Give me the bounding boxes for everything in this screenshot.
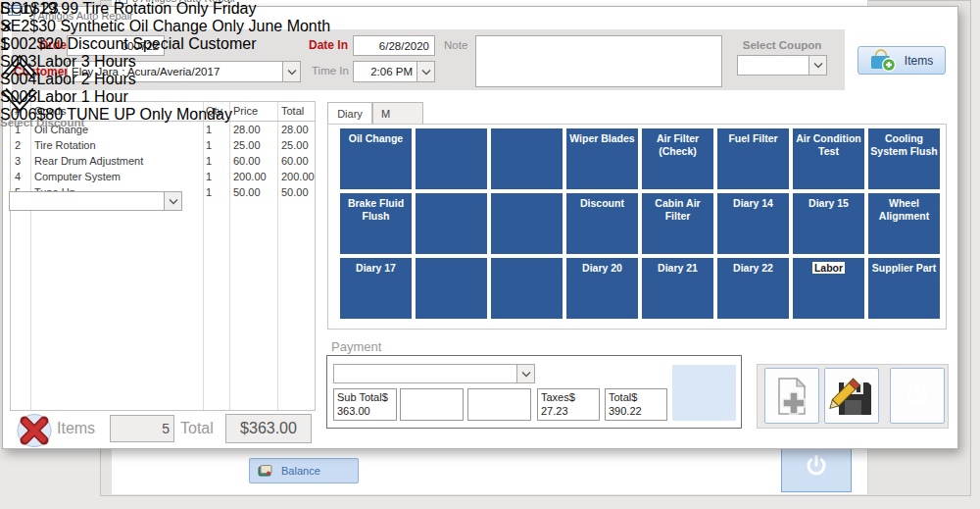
tab-next[interactable]: M <box>372 102 423 124</box>
service-button-diary-15[interactable]: Diary 15 <box>793 193 864 254</box>
table-row[interactable]: 2Tire Rotation125.0025.00 <box>11 139 315 155</box>
total-box: Total$ 390.22 <box>605 388 667 421</box>
delete-x-icon[interactable] <box>16 413 53 448</box>
discount-desc: Labor 2 Hours <box>36 71 135 87</box>
subtotal-value: 363.00 <box>337 404 393 418</box>
coupon-value <box>738 56 808 75</box>
time-in-combo[interactable]: 2:06 PM <box>353 61 435 82</box>
time-combo-chevron-icon[interactable] <box>416 62 434 81</box>
new-record-button[interactable] <box>764 368 819 424</box>
cell-num: 2 <box>15 139 21 151</box>
service-button-label: Wheel Alignment <box>879 197 929 222</box>
table-row[interactable]: 4Computer System1200.00200.00 <box>11 171 315 186</box>
service-button-labor[interactable]: Labor <box>793 258 864 319</box>
service-button[interactable] <box>491 193 563 254</box>
service-button[interactable] <box>416 128 487 189</box>
service-button-label: Brake Fluid Flush <box>348 197 404 222</box>
payment-combo-chevron-icon[interactable] <box>516 365 534 382</box>
discount-option[interactable]: S004Labor 2 Hours <box>0 71 330 88</box>
service-button-diary-20[interactable]: Diary 20 <box>566 258 638 319</box>
power-icon <box>904 381 931 412</box>
service-button-label: Diary 15 <box>808 197 849 209</box>
discount-option[interactable]: SC1$19.99 Tire Rotation Only Friday <box>0 0 330 18</box>
discount-option[interactable]: SE2$30 Synthetic Oil Change Only June Mo… <box>0 18 330 35</box>
cell-price: 28.00 <box>233 124 261 135</box>
subtotal-label: Sub Total$ <box>337 390 393 404</box>
service-button-label: Cabin Air Filter <box>655 197 700 222</box>
cell-price: 25.00 <box>233 139 261 151</box>
total-label: Total$ <box>609 390 663 404</box>
service-button-air-filter-check[interactable]: Air Filter (Check) <box>642 128 713 189</box>
save-floppy-pencil-icon <box>829 375 874 418</box>
tab-diary[interactable]: Diary <box>327 102 372 124</box>
service-button-label: Fuel Filter <box>728 132 777 144</box>
service-button-supplier-part[interactable]: Supplier Part <box>868 258 940 319</box>
service-button-diary-21[interactable]: Diary 21 <box>642 258 713 319</box>
cell-price: 50.00 <box>233 186 261 198</box>
payment-empty-box[interactable] <box>400 388 464 421</box>
balance-button[interactable]: Balance <box>249 458 359 484</box>
table-row[interactable]: 3Rear Drum Adjustment160.0060.00 <box>11 155 315 171</box>
discount-option[interactable]: S003Labor 3 Hours <box>0 53 330 71</box>
note-field[interactable] <box>475 35 722 87</box>
discount-desc: $19.99 Tire Rotation Only Friday <box>30 0 256 17</box>
items-table: # Goods Qty Price Total 1Oil Change128.0… <box>10 101 316 411</box>
coupon-combo[interactable] <box>737 55 827 76</box>
cell-num: 3 <box>15 155 21 167</box>
discount-desc: $20 Discount Special Customer <box>36 35 256 52</box>
service-button-brake-fluid-flush[interactable]: Brake Fluid Flush <box>340 193 412 254</box>
discount-dropdown-list: SC1$19.99 Tire Rotation Only Friday SE2$… <box>0 0 330 124</box>
cell-total: 60.00 <box>281 155 309 167</box>
balance-button-label: Balance <box>281 465 320 477</box>
discount-option[interactable]: S002$20 Discount Special Customer <box>0 35 330 53</box>
service-button-fuel-filter[interactable]: Fuel Filter <box>717 128 789 189</box>
time-in-value: 2:06 PM <box>354 62 416 81</box>
service-button[interactable] <box>491 258 563 319</box>
service-button-diary-22[interactable]: Diary 22 <box>717 258 789 319</box>
cell-total: 28.00 <box>281 124 309 135</box>
discount-desc: $30 Synthetic Oil Change Only June Month <box>29 18 330 34</box>
service-button-cooling-system-flush[interactable]: Cooling System Flush <box>868 128 940 189</box>
date-in-field[interactable]: 6/28/2020 <box>353 35 435 56</box>
service-button-diary-17[interactable]: Diary 17 <box>340 258 412 319</box>
service-button-air-condition-test[interactable]: Air Condition Test <box>793 128 864 189</box>
cell-goods: Tire Rotation <box>34 139 96 151</box>
taxes-box: Taxes$ 27.23 <box>537 388 600 421</box>
discount-code: SE2 <box>0 18 29 34</box>
discount-option[interactable]: S005Labor 1 Hour <box>0 88 330 106</box>
payment-combo-value <box>334 365 516 382</box>
payment-empty-box[interactable] <box>467 388 531 421</box>
footer-total-field: $363.00 <box>225 414 312 443</box>
items-button-label: Items <box>905 54 933 68</box>
service-button-label: Diary 20 <box>582 262 622 274</box>
items-button[interactable]: Items <box>858 46 946 75</box>
save-button[interactable] <box>824 368 879 424</box>
background-power-button[interactable] <box>781 443 852 492</box>
footer-items-label: Items <box>57 420 95 437</box>
note-label: Note <box>444 39 467 51</box>
service-button-oil-change[interactable]: Oil Change <box>340 128 412 189</box>
coupon-combo-chevron-icon[interactable] <box>808 56 826 75</box>
service-button-diary-14[interactable]: Diary 14 <box>717 193 789 254</box>
payment-combo[interactable] <box>333 364 535 383</box>
discount-code: S005 <box>0 88 36 105</box>
service-button-wheel-alignment[interactable]: Wheel Alignment <box>868 193 940 254</box>
service-button-wiper-blades[interactable]: Wiper Blades <box>566 128 638 189</box>
select-discount-combo[interactable] <box>9 191 182 211</box>
tab-diary-label: Diary <box>337 108 363 120</box>
payment-section-label: Payment <box>331 339 381 354</box>
discount-code: S006 <box>0 106 36 123</box>
discount-code: S004 <box>0 71 36 87</box>
service-button[interactable] <box>491 128 563 189</box>
discount-combo-chevron-icon[interactable] <box>164 192 181 210</box>
service-button[interactable] <box>416 193 487 254</box>
service-button[interactable] <box>416 258 487 319</box>
cell-qty: 1 <box>206 155 212 167</box>
service-button-label: Diary 14 <box>733 197 773 209</box>
cell-qty: 1 <box>206 186 212 198</box>
close-power-button[interactable] <box>890 368 945 424</box>
discount-option[interactable]: S006$80 TUNE UP Only Monday <box>0 106 330 124</box>
discount-code: S003 <box>0 53 36 70</box>
service-button-cabin-air-filter[interactable]: Cabin Air Filter <box>642 193 713 254</box>
service-button-discount[interactable]: Discount <box>566 193 638 254</box>
